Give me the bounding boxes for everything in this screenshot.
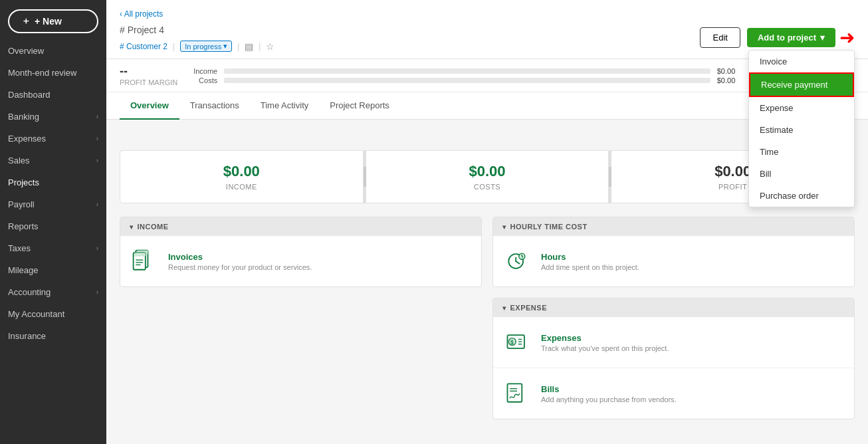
sidebar-item-label: Expenses (8, 134, 46, 144)
dropdown-item-estimate[interactable]: Estimate (749, 119, 854, 141)
hours-title: Hours (541, 252, 639, 262)
tab-time-activity[interactable]: Time Activity (250, 92, 319, 120)
expense-section-title: EXPENSE (510, 304, 547, 312)
summary-cards: $0.00 INCOME $0.00 COSTS $0.00 PROFIT (120, 150, 855, 203)
sidebar-item-banking[interactable]: Banking › (0, 106, 106, 128)
dropdown-item-receive-payment[interactable]: Receive payment (749, 72, 854, 97)
profit-margin-section: -- PROFIT MARGIN (120, 64, 177, 86)
edit-button[interactable]: Edit (700, 27, 740, 48)
chevron-down-icon: ▾ (130, 223, 134, 231)
dropdown-item-time[interactable]: Time (749, 141, 854, 163)
dropdown-item-bill[interactable]: Bill (749, 163, 854, 185)
costs-amount: $0.00 (380, 163, 596, 180)
sidebar-item-label: Insurance (8, 331, 46, 341)
dropdown-item-purchase-order[interactable]: Purchase order (749, 185, 854, 207)
star-icon[interactable]: ☆ (266, 41, 274, 52)
costs-card: $0.00 COSTS (366, 151, 609, 203)
bills-item[interactable]: Bills Add anything you purchase from ven… (493, 368, 854, 419)
customer-link[interactable]: # Customer 2 (120, 42, 167, 51)
status-label: In progress (185, 43, 221, 51)
sidebar-item-label: Sales (8, 156, 30, 166)
sidebar-item-label: My Accountant (8, 309, 64, 319)
tab-overview-label: Overview (130, 100, 169, 110)
invoices-text: Invoices Request money for your product … (168, 252, 312, 271)
income-amount: $0.00 (134, 163, 350, 180)
dropdown-item-label: Estimate (760, 125, 794, 135)
invoices-item[interactable]: Invoices Request money for your product … (120, 236, 481, 286)
profit-margin-label: PROFIT MARGIN (120, 78, 177, 86)
sidebar: ＋ + New Overview Month-end review Dashbo… (0, 0, 106, 444)
hours-desc: Add time spent on this project. (541, 263, 639, 271)
sidebar-item-accounting[interactable]: Accounting › (0, 281, 106, 303)
sidebar-item-reports[interactable]: Reports (0, 215, 106, 237)
income-section-title: INCOME (138, 223, 169, 231)
expenses-desc: Track what you've spent on this project. (541, 344, 669, 352)
income-label: Income (191, 67, 217, 75)
dropdown-item-label: Bill (760, 169, 771, 179)
dropdown-item-expense[interactable]: Expense (749, 97, 854, 119)
sidebar-item-insurance[interactable]: Insurance (0, 325, 106, 347)
income-row: Income $0.00 (191, 67, 744, 75)
hours-item[interactable]: Hours Add time spent on this project. (493, 236, 854, 286)
chevron-right-icon: › (96, 157, 98, 164)
sidebar-item-payroll[interactable]: Payroll › (0, 193, 106, 215)
sidebar-item-label: Dashboard (8, 90, 51, 100)
sidebar-item-overview[interactable]: Overview (0, 40, 106, 62)
bills-title: Bills (541, 384, 677, 394)
sidebar-item-expenses[interactable]: Expenses › (0, 128, 106, 150)
breadcrumb[interactable]: All projects (120, 9, 855, 19)
sidebar-item-projects[interactable]: Projects (0, 171, 106, 193)
svg-text:$: $ (510, 340, 514, 346)
left-column: ▾ INCOME (120, 217, 482, 419)
status-badge[interactable]: In progress ▾ (180, 41, 232, 52)
meta-separator: | (173, 42, 175, 51)
main-content: All projects # Project 4 # Customer 2 | … (106, 0, 868, 444)
expenses-icon: $ (502, 328, 532, 357)
sidebar-item-label: Payroll (8, 199, 35, 209)
expenses-text: Expenses Track what you've spent on this… (541, 333, 669, 352)
tab-transactions[interactable]: Transactions (179, 92, 250, 120)
meta-separator: | (259, 42, 261, 51)
hours-icon (502, 247, 532, 276)
sidebar-item-mileage[interactable]: Mileage (0, 259, 106, 281)
sidebar-item-label: Mileage (8, 265, 39, 275)
bills-desc: Add anything you purchase from vendors. (541, 395, 677, 403)
costs-bar-bg (224, 78, 710, 83)
tab-overview[interactable]: Overview (120, 92, 179, 120)
sidebar-item-dashboard[interactable]: Dashboard (0, 84, 106, 106)
chevron-right-icon: › (96, 113, 98, 120)
add-to-project-button[interactable]: Add to project ▾ (747, 28, 835, 47)
tab-transactions-label: Transactions (190, 100, 239, 110)
chevron-right-icon: › (96, 288, 98, 296)
sidebar-item-my-accountant[interactable]: My Accountant (0, 303, 106, 325)
sidebar-item-sales[interactable]: Sales › (0, 150, 106, 171)
right-column: ▾ HOURLY TIME COST (492, 217, 855, 419)
sidebar-item-label: Month-end review (8, 68, 76, 78)
svg-rect-6 (134, 253, 145, 256)
tab-time-activity-label: Time Activity (261, 100, 308, 110)
chevron-down-icon: ▾ (502, 304, 506, 312)
tab-project-reports[interactable]: Project Reports (319, 92, 400, 120)
chevron-right-icon: › (96, 245, 98, 252)
tab-project-reports-label: Project Reports (330, 100, 389, 110)
project-name: Project 4 (128, 25, 164, 35)
bills-text: Bills Add anything you purchase from ven… (541, 384, 677, 403)
dropdown-item-invoice[interactable]: Invoice (749, 51, 854, 72)
new-button[interactable]: ＋ + New (8, 9, 98, 33)
expenses-item[interactable]: $ Expenses Track what you've spent on th… (493, 317, 854, 368)
sidebar-item-taxes[interactable]: Taxes › (0, 237, 106, 259)
dropdown-item-label: Receive payment (761, 80, 827, 90)
dropdown-item-label: Expense (760, 103, 794, 113)
profit-dash: -- (120, 64, 177, 78)
document-icon[interactable]: ▤ (245, 41, 253, 52)
sidebar-item-label: Overview (8, 46, 44, 56)
show-bar: Show (120, 133, 855, 142)
dropdown-item-label: Invoice (760, 56, 787, 66)
hourly-section-header: ▾ HOURLY TIME COST (493, 217, 854, 236)
sidebar-item-label: Banking (8, 112, 39, 122)
income-bar-bg (224, 68, 710, 74)
sidebar-item-month-end-review[interactable]: Month-end review (0, 62, 106, 84)
invoices-title: Invoices (168, 252, 312, 262)
costs-label: COSTS (380, 183, 596, 191)
hourly-section: ▾ HOURLY TIME COST (492, 217, 855, 287)
